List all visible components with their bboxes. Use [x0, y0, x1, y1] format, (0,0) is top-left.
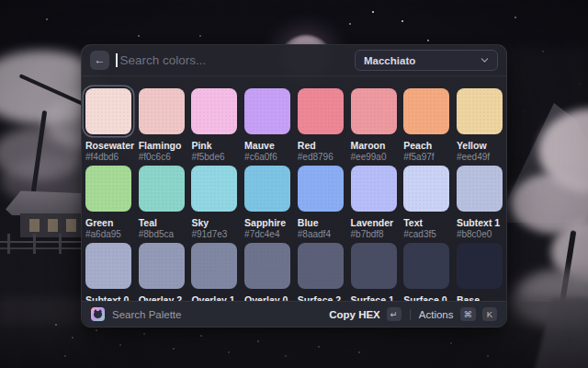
- color-name: Lavender: [351, 217, 397, 228]
- color-swatch[interactable]: Surface 1: [351, 243, 397, 301]
- color-swatch[interactable]: Text #cad3f5: [403, 166, 449, 240]
- color-swatch-box: [351, 166, 397, 212]
- color-swatch[interactable]: Sapphire #7dc4e4: [244, 166, 290, 240]
- flavor-dropdown[interactable]: Macchiato: [355, 50, 498, 71]
- color-swatch-box: [191, 166, 237, 212]
- color-name: Peach: [403, 140, 449, 151]
- color-name: Base: [457, 294, 503, 301]
- color-swatch[interactable]: Surface 2: [298, 243, 344, 301]
- color-swatch-box: [403, 88, 449, 134]
- color-hex: #91d7e3: [191, 229, 237, 240]
- search-bar: ← Macchiato: [82, 45, 506, 76]
- color-name: Pink: [191, 140, 237, 151]
- actions-button[interactable]: Actions: [419, 309, 454, 320]
- color-swatch-box: [298, 166, 344, 212]
- color-name: Green: [85, 217, 131, 228]
- color-swatch[interactable]: Green #a6da95: [85, 166, 131, 240]
- color-swatch-box: [139, 166, 185, 212]
- command-key-icon: ⌘: [460, 307, 477, 321]
- color-name: Text: [403, 217, 449, 228]
- color-hex: #c6a0f6: [244, 152, 290, 163]
- color-name: Overlay 0: [244, 294, 290, 301]
- color-swatch-box: [403, 243, 449, 289]
- color-swatch-box: [403, 166, 449, 212]
- color-name: Overlay 1: [191, 294, 237, 301]
- swatch-grid: Rosewater #f4dbd6 Flamingo #f0c6c6 Pink …: [85, 88, 503, 301]
- color-swatch[interactable]: Overlay 0: [244, 243, 290, 301]
- footer-actions: Copy HEX ↵ Actions ⌘ K: [329, 307, 497, 321]
- color-name: Sapphire: [244, 217, 290, 228]
- search-input[interactable]: [120, 53, 349, 67]
- color-swatch-box: [139, 243, 185, 289]
- color-swatch[interactable]: Maroon #ee99a0: [351, 88, 397, 163]
- color-name: Surface 1: [351, 294, 397, 301]
- text-cursor: [116, 53, 118, 67]
- color-hex: #b7bdf8: [351, 229, 397, 240]
- color-swatch[interactable]: Base: [457, 243, 503, 301]
- color-swatch-box: [244, 166, 290, 212]
- color-hex: #f4dbd6: [85, 152, 131, 163]
- color-swatch-box: [298, 88, 344, 134]
- color-hex: #f5a97f: [403, 152, 449, 163]
- color-hex: #8bd5ca: [139, 229, 185, 240]
- color-swatch[interactable]: Subtext 1 #b8c0e0: [457, 166, 503, 240]
- k-key-icon: K: [482, 307, 497, 321]
- color-hex: #7dc4e4: [244, 229, 290, 240]
- color-swatch-box: [298, 243, 344, 289]
- color-swatch[interactable]: Rosewater #f4dbd6: [85, 88, 131, 163]
- color-name: Surface 2: [298, 294, 344, 301]
- color-swatch[interactable]: Peach #f5a97f: [403, 88, 449, 163]
- swatch-grid-area: Rosewater #f4dbd6 Flamingo #f0c6c6 Pink …: [82, 76, 506, 301]
- color-swatch[interactable]: Subtext 0: [85, 243, 131, 301]
- color-swatch-box: [351, 88, 397, 134]
- color-swatch[interactable]: Surface 0: [403, 243, 449, 301]
- color-swatch-box: [457, 243, 503, 289]
- color-swatch-box: [457, 88, 503, 134]
- color-picker-window: ← Macchiato Rosewater #f4dbd6 Flamingo #…: [81, 44, 507, 328]
- copy-hex-button[interactable]: Copy HEX: [329, 309, 380, 320]
- color-swatch-box: [85, 243, 131, 289]
- flavor-dropdown-value: Macchiato: [364, 55, 415, 66]
- color-swatch-box: [351, 243, 397, 289]
- color-name: Blue: [298, 217, 344, 228]
- color-swatch[interactable]: Mauve #c6a0f6: [244, 88, 290, 163]
- color-name: Subtext 0: [85, 294, 131, 301]
- color-swatch[interactable]: Lavender #b7bdf8: [351, 166, 397, 240]
- color-name: Red: [298, 140, 344, 151]
- catppuccin-logo-icon: [91, 307, 105, 321]
- color-hex: #f5bde6: [191, 152, 237, 163]
- color-name: Maroon: [351, 140, 397, 151]
- color-swatch-box: [85, 166, 131, 212]
- color-name: Mauve: [244, 140, 290, 151]
- color-swatch[interactable]: Overlay 2: [139, 243, 185, 301]
- color-hex: #cad3f5: [403, 229, 449, 240]
- color-swatch[interactable]: Overlay 1: [191, 243, 237, 301]
- color-swatch[interactable]: Teal #8bd5ca: [139, 166, 185, 240]
- command-title: Search Palette: [112, 309, 181, 320]
- color-hex: #ed8796: [298, 152, 344, 163]
- color-hex: #b8c0e0: [457, 229, 503, 240]
- color-swatch[interactable]: Sky #91d7e3: [191, 166, 237, 240]
- color-swatch-box: [244, 88, 290, 134]
- color-swatch-box: [85, 88, 131, 134]
- cat-face-icon: [94, 311, 102, 318]
- color-swatch-box: [139, 88, 185, 134]
- color-name: Rosewater: [85, 140, 131, 151]
- color-swatch[interactable]: Blue #8aadf4: [298, 166, 344, 240]
- color-hex: #8aadf4: [298, 229, 344, 240]
- color-name: Surface 0: [403, 294, 449, 301]
- action-bar: Search Palette Copy HEX ↵ Actions ⌘ K: [82, 301, 506, 327]
- color-swatch-box: [191, 88, 237, 134]
- color-swatch-box: [457, 166, 503, 212]
- color-swatch-box: [191, 243, 237, 289]
- back-button[interactable]: ←: [90, 51, 109, 70]
- color-swatch[interactable]: Flamingo #f0c6c6: [139, 88, 185, 163]
- enter-key-icon: ↵: [387, 307, 401, 321]
- color-swatch[interactable]: Red #ed8796: [298, 88, 344, 163]
- color-swatch[interactable]: Pink #f5bde6: [191, 88, 237, 163]
- color-swatch[interactable]: Yellow #eed49f: [457, 88, 503, 163]
- color-name: Subtext 1: [457, 217, 503, 228]
- chevron-down-icon: [481, 56, 489, 64]
- color-name: Sky: [191, 217, 237, 228]
- color-hex: #a6da95: [85, 229, 131, 240]
